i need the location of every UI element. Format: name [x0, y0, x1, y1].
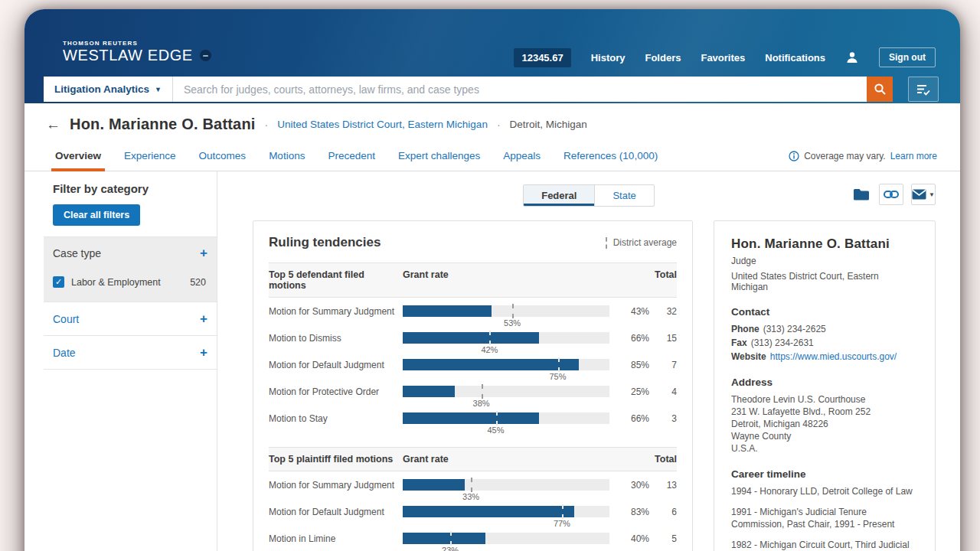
chevron-down-icon[interactable]: ▼: [929, 191, 935, 198]
coverage-text: Coverage may vary.: [804, 151, 885, 161]
grant-rate-value: 43%: [609, 304, 649, 331]
coverage-note: Coverage may vary. Learn more: [789, 151, 937, 161]
breadcrumb: ← Hon. Marianne O. Battani · United Stat…: [24, 103, 960, 141]
filter-title: Filter by category: [44, 181, 217, 204]
motion-label: Motion for Default Judgment: [269, 357, 403, 384]
document-actions: ▼: [851, 184, 936, 205]
search-input[interactable]: [173, 77, 867, 102]
grant-rate-value: 30%: [609, 478, 649, 504]
career-timeline-heading: Career timeline: [731, 468, 918, 480]
tab-bar: Overview Experience Outcomes Motions Pre…: [24, 141, 960, 171]
career-entry: 1991 - Michigan's Judicial Tenure Commis…: [731, 506, 918, 530]
labor-employment-checkbox[interactable]: ✓: [53, 276, 64, 288]
search-button[interactable]: [867, 77, 893, 102]
case-type-header[interactable]: Case type +: [53, 246, 207, 259]
tab-precedent[interactable]: Precedent: [316, 141, 387, 171]
info-icon[interactable]: [789, 151, 799, 161]
motion-total: 32: [649, 304, 677, 331]
tab-references[interactable]: References (10,000): [552, 141, 669, 171]
dashed-line-icon: [606, 237, 607, 249]
motion-label: Motion for Summary Judgment: [269, 478, 403, 504]
tab-appeals[interactable]: Appeals: [492, 141, 552, 171]
motion-row: Motion for Default Judgment 75% 85% 7: [269, 357, 677, 384]
brand-logo: THOMSON REUTERS WESTLAW EDGE: [63, 40, 211, 64]
nav-folders[interactable]: Folders: [645, 52, 681, 64]
column-header: Total: [609, 269, 677, 291]
ruling-tendencies-card: Ruling tendencies District average Top 5…: [253, 220, 693, 551]
grant-rate-value: 85%: [609, 357, 649, 384]
federal-toggle-button[interactable]: Federal: [524, 185, 594, 206]
expand-plus-icon[interactable]: +: [200, 346, 207, 359]
phone-label: Phone: [731, 324, 760, 334]
jurisdiction-toggle: Federal State: [523, 184, 655, 207]
tab-outcomes[interactable]: Outcomes: [188, 141, 258, 171]
nav-favorites[interactable]: Favorites: [701, 52, 745, 64]
career-entry: 1982 - Michigan Circuit Court, Third Jud…: [731, 539, 918, 551]
link-button[interactable]: [879, 184, 903, 205]
motion-total: 6: [649, 504, 677, 531]
grant-rate-value: 66%: [609, 411, 649, 438]
envelope-icon: [912, 189, 926, 200]
motion-label: Motion for Default Judgment: [269, 504, 403, 531]
state-toggle-button[interactable]: State: [594, 185, 653, 206]
address-line: Detroit, Michigan 48226: [731, 418, 918, 430]
expand-plus-icon[interactable]: +: [200, 312, 207, 325]
filter-section-court[interactable]: Court +: [44, 302, 217, 335]
sign-out-button[interactable]: Sign out: [879, 47, 936, 67]
learn-more-link[interactable]: Learn more: [890, 151, 937, 161]
grant-rate-bar: 75%: [403, 357, 609, 384]
clear-all-filters-button[interactable]: Clear all filters: [53, 204, 140, 226]
link-icon: [884, 190, 899, 199]
tab-expert-challenges[interactable]: Expert challenges: [387, 141, 492, 171]
motion-label: Motion for Protective Order: [269, 384, 403, 411]
search-icon: [874, 83, 887, 96]
district-average-value: 33%: [462, 492, 479, 501]
back-arrow-icon[interactable]: ←: [46, 117, 60, 132]
phone-row: Phone(313) 234-2625: [731, 323, 918, 335]
filter-option-row: ✓ Labor & Employment 520: [53, 276, 207, 288]
motion-row: Motion for Summary Judgment 33% 30% 13: [269, 478, 677, 504]
career-entry: 1994 - Honorary LLD, Detroit College of …: [731, 485, 918, 497]
client-id[interactable]: 12345.67: [514, 48, 570, 67]
nav-history[interactable]: History: [591, 52, 626, 64]
grant-rate-bar: 45%: [403, 411, 609, 438]
email-button[interactable]: ▼: [911, 184, 936, 205]
profile-court: United States District Court, Eastern Mi…: [731, 271, 918, 292]
column-header: Top 5 defendant filed motions: [269, 269, 403, 291]
search-scope-dropdown[interactable]: Litigation Analytics ▼: [44, 77, 173, 102]
address-line: 231 W. Lafayette Blvd., Room 252: [731, 406, 918, 418]
column-header: Total: [609, 454, 677, 465]
research-list-button[interactable]: [908, 77, 939, 102]
website-row: Websitehttps://www.mied.uscourts.gov/: [731, 350, 918, 363]
tab-experience[interactable]: Experience: [113, 141, 188, 171]
app-header: THOMSON REUTERS WESTLAW EDGE 12345.67 Hi…: [24, 9, 960, 103]
district-average-value: 38%: [473, 399, 490, 408]
court-link[interactable]: United States District Court, Eastern Mi…: [277, 119, 488, 130]
tab-overview[interactable]: Overview: [44, 141, 113, 171]
defendant-motions-header: Top 5 defendant filed motions Grant rate…: [269, 262, 677, 298]
grant-rate-value: 66%: [609, 331, 649, 357]
district-average-marker: [471, 478, 472, 492]
filter-section-case-type: Case type + ✓ Labor & Employment 520: [44, 237, 217, 302]
profile-role: Judge: [731, 256, 918, 266]
search-scope-label: Litigation Analytics: [54, 83, 149, 95]
motion-row: Motion for Default Judgment 77% 83% 6: [269, 504, 677, 531]
address-line: U.S.A.: [731, 442, 918, 455]
folder-button[interactable]: [851, 184, 871, 205]
contact-heading: Contact: [731, 306, 918, 318]
motion-total: 5: [649, 531, 677, 551]
motion-row: Motion to Dismiss 42% 66% 15: [269, 331, 677, 357]
brand-info-badge-icon[interactable]: [200, 50, 211, 61]
tab-motions[interactable]: Motions: [257, 141, 316, 171]
user-account-icon[interactable]: [845, 51, 859, 64]
website-link[interactable]: https://www.mied.uscourts.gov/: [770, 351, 897, 362]
filter-option-label: Labor & Employment: [71, 277, 183, 288]
district-average-marker: [482, 384, 483, 399]
filter-section-date[interactable]: Date +: [44, 336, 217, 369]
column-header: Top 5 plaintiff filed motions: [269, 454, 403, 465]
district-average-value: 53%: [504, 318, 521, 328]
expand-plus-icon[interactable]: +: [200, 246, 207, 259]
filter-sidebar: Filter by category Clear all filters Cas…: [44, 171, 217, 551]
nav-notifications[interactable]: Notifications: [765, 52, 825, 64]
grant-rate-value: 40%: [609, 531, 649, 551]
